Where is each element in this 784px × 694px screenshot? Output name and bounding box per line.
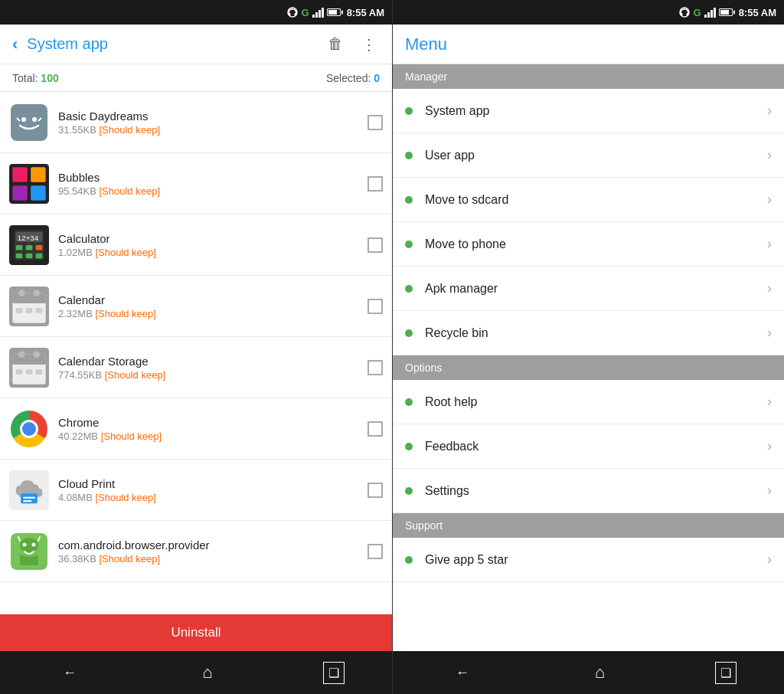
battery-icon-right <box>719 8 733 16</box>
list-item[interactable]: Basic Daydreams 31.55KB [Should keep] <box>0 92 392 153</box>
menu-item-label: Settings <box>425 484 767 498</box>
svg-rect-29 <box>16 308 23 313</box>
list-item[interactable]: Cloud Print 4.08MB [Should keep] <box>0 460 392 521</box>
back-nav-button-left[interactable]: ← <box>47 659 92 687</box>
selected-count: 0 <box>374 72 380 84</box>
app-checkbox[interactable] <box>368 237 383 253</box>
svg-rect-43 <box>23 496 34 498</box>
list-item[interactable]: Bubbles 95.54KB [Should keep] <box>0 153 392 214</box>
svg-rect-9 <box>12 167 28 182</box>
svg-rect-26 <box>12 298 45 303</box>
right-status-bar: G 8:55 AM <box>393 0 784 25</box>
section-header-manager: Manager <box>393 64 784 89</box>
app-details: 4.08MB [Should keep] <box>58 492 368 503</box>
svg-point-27 <box>18 290 25 296</box>
menu-item-root-help[interactable]: Root help › <box>393 380 784 424</box>
list-item[interactable]: Calendar Storage 774.55KB [Should keep] <box>0 337 392 398</box>
chevron-icon: › <box>767 103 772 119</box>
menu-item-apk-manager[interactable]: Apk manager › <box>393 267 784 311</box>
list-item[interactable]: 12+34 Calculator 1.02MB [Should keep] <box>0 214 392 276</box>
app-checkbox[interactable] <box>368 360 383 375</box>
chevron-icon: › <box>767 192 772 208</box>
menu-dot <box>405 241 413 248</box>
menu-app-bar: Menu <box>393 25 784 64</box>
menu-item-label: Give app 5 star <box>425 553 767 567</box>
more-icon-left[interactable]: ⋮ <box>355 32 383 57</box>
list-item[interactable]: com.android.browser.provider 36.38KB [Sh… <box>0 521 392 582</box>
svg-point-28 <box>33 290 40 296</box>
headphone-icon-right <box>678 6 691 18</box>
app-details: 774.55KB [Should keep] <box>58 369 368 381</box>
recent-nav-button-right[interactable]: ❑ <box>715 662 737 684</box>
total-label: Total: 100 <box>12 72 59 84</box>
menu-item-system-app[interactable]: System app › <box>393 89 784 133</box>
svg-rect-38 <box>16 369 23 375</box>
svg-point-48 <box>32 542 36 546</box>
svg-point-4 <box>21 117 26 122</box>
app-icon-calculator: 12+34 <box>9 225 49 265</box>
delete-icon-left[interactable]: 🗑 <box>322 32 349 56</box>
battery-icon-left <box>327 8 341 16</box>
app-name: Calendar <box>58 293 368 306</box>
svg-rect-12 <box>31 185 46 200</box>
menu-item-move-sdcard[interactable]: Move to sdcard › <box>393 178 784 222</box>
menu-item-label: User app <box>425 149 767 162</box>
svg-rect-19 <box>16 253 23 258</box>
home-nav-button-right[interactable]: ⌂ <box>580 656 620 689</box>
recent-nav-button-left[interactable]: ❑ <box>323 662 345 684</box>
menu-item-settings[interactable]: Settings › <box>393 469 784 513</box>
menu-dot <box>405 487 413 495</box>
app-details: 1.02MB [Should keep] <box>58 247 368 258</box>
svg-rect-44 <box>23 500 31 502</box>
chevron-icon: › <box>767 552 772 568</box>
svg-rect-35 <box>12 359 45 365</box>
app-details: 36.38KB [Should keep] <box>58 553 368 565</box>
menu-panel: G 8:55 AM Menu Manager System app › <box>392 0 784 694</box>
section-header-support: Support <box>393 513 784 538</box>
app-name: com.android.browser.provider <box>58 539 368 552</box>
app-checkbox[interactable] <box>368 421 383 437</box>
signal-bars-left <box>312 7 324 18</box>
back-button-left[interactable]: ‹ <box>9 31 21 57</box>
app-info-calendar: Calendar 2.32MB [Should keep] <box>58 293 368 319</box>
menu-item-move-phone[interactable]: Move to phone › <box>393 222 784 267</box>
app-checkbox[interactable] <box>368 115 383 130</box>
app-details: 95.54KB [Should keep] <box>58 185 368 197</box>
app-checkbox[interactable] <box>368 544 383 559</box>
app-info-calculator: Calculator 1.02MB [Should keep] <box>58 232 368 258</box>
app-checkbox[interactable] <box>368 299 383 314</box>
menu-item-user-app[interactable]: User app › <box>393 133 784 178</box>
left-status-bar: G 8:55 AM <box>0 0 392 25</box>
chevron-icon: › <box>767 394 772 410</box>
chevron-icon: › <box>767 236 772 252</box>
total-count: 100 <box>41 72 58 84</box>
app-name: Chrome <box>58 416 368 429</box>
section-header-options: Options <box>393 355 784 380</box>
app-name: Calendar Storage <box>58 355 368 368</box>
menu-item-feedback[interactable]: Feedback › <box>393 424 784 469</box>
app-info-browser-provider: com.android.browser.provider 36.38KB [Sh… <box>58 539 368 565</box>
uninstall-button[interactable]: Uninstall <box>0 614 392 651</box>
list-item[interactable]: Calendar 2.32MB [Should keep] <box>0 276 392 337</box>
headphone-icon <box>286 6 299 18</box>
menu-item-recycle-bin[interactable]: Recycle bin › <box>393 311 784 355</box>
svg-rect-21 <box>36 253 43 258</box>
app-info-cloudprint: Cloud Print 4.08MB [Should keep] <box>58 477 368 503</box>
status-icons: G 8:55 AM <box>286 6 385 18</box>
app-name: Bubbles <box>58 171 368 184</box>
list-item[interactable]: Chrome 40.22MB [Should keep] <box>0 398 392 460</box>
menu-item-five-star[interactable]: Give app 5 star › <box>393 538 784 582</box>
menu-dot <box>405 329 413 337</box>
menu-item-label: Move to phone <box>425 237 767 251</box>
app-icon-calendar-storage <box>9 348 49 388</box>
svg-point-36 <box>18 351 25 358</box>
chevron-icon: › <box>767 280 772 296</box>
back-nav-button-right[interactable]: ← <box>440 659 485 687</box>
svg-text:12+34: 12+34 <box>18 233 39 241</box>
home-nav-button-left[interactable]: ⌂ <box>187 656 227 689</box>
app-list: Basic Daydreams 31.55KB [Should keep] Bu… <box>0 92 392 614</box>
app-checkbox[interactable] <box>368 176 383 192</box>
app-checkbox[interactable] <box>368 483 383 498</box>
app-icon-browser-provider <box>9 532 49 571</box>
signal-g-right: G <box>694 7 701 18</box>
